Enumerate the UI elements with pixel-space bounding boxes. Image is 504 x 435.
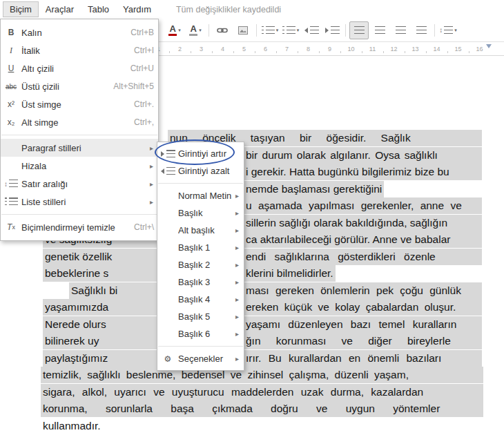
format-menu-item-biçimlendirmeyi-temizle[interactable]: TxBiçimlendirmeyi temizleCtrl+\ <box>1 218 158 236</box>
insert-link-button[interactable] <box>213 21 232 39</box>
document-text-fragment[interactable]: genetik özellik <box>43 249 158 265</box>
menu-item-icon-slot: x² <box>1 99 21 109</box>
submenu-item-başlık-6[interactable]: Başlık 6▸ <box>157 325 244 342</box>
document-text-fragment[interactable]: sillerin sağlığı olarak bakıldığında, sa… <box>244 215 482 231</box>
document-text-fragment[interactable]: korunma, sorunlarla başa çıkmada doğru v… <box>41 400 483 417</box>
insert-image-icon <box>238 26 248 35</box>
ruler-number: 14 <box>426 46 447 52</box>
submenu-arrow-icon: ▸ <box>235 355 240 362</box>
document-text-fragment[interactable]: Sağlıklı bi <box>69 282 158 299</box>
menu-item-label: Hizala <box>21 161 150 171</box>
decrease-indent-button[interactable] <box>302 21 321 39</box>
document-text-fragment[interactable]: kullanmadır. <box>41 418 103 434</box>
menubar-item-yardım[interactable]: Yardım <box>116 1 158 17</box>
menu-item-shortcut: Ctrl+\ <box>134 222 154 232</box>
ruler-numbers: 12345678910111213141516 <box>148 42 490 55</box>
format-menu: BKalınCtrl+BIİtalikCtrl+IUAltı çiziliCtr… <box>0 19 159 241</box>
submenu-item-başlık-1[interactable]: Başlık 1▸ <box>157 239 244 256</box>
numbered-list-button[interactable]: ▾ <box>260 21 280 39</box>
menubar-item-biçim[interactable]: Biçim <box>3 1 39 17</box>
document-text-fragment[interactable]: nemde başlaması gerektiğini <box>244 181 384 197</box>
menu-item-label: Başlık 1 <box>178 242 235 253</box>
ruler-number: 12 <box>383 46 405 52</box>
menu-item-icon-slot: ↕ <box>1 180 21 188</box>
text-color-button[interactable]: A▾ <box>165 21 184 39</box>
format-menu-item-hizala[interactable]: Hizala▸ <box>1 157 158 175</box>
ruler-number: 5 <box>233 46 255 52</box>
menu-separator <box>158 183 243 184</box>
align-right-button[interactable] <box>391 21 410 39</box>
document-text-fragment[interactable]: ereken küçük ve kolay çabalardan oluşur. <box>244 299 482 316</box>
menu-item-shortcut: Ctrl+B <box>130 28 154 37</box>
increase-indent-button[interactable] <box>322 21 342 39</box>
document-text-fragment[interactable]: bir durum olarak algılanır. Oysa sağlıkl… <box>244 147 482 164</box>
menu-item-label: Başlık 6 <box>178 329 235 339</box>
document-text-fragment[interactable]: yaşamımızda <box>43 299 158 316</box>
format-menu-item-alt-simge[interactable]: x₂Alt simgeCtrl+, <box>1 113 158 131</box>
align-justify-button[interactable] <box>411 21 431 39</box>
insert-image-button[interactable] <box>233 21 253 39</box>
format-menu-item-kalın[interactable]: BKalınCtrl+B <box>1 23 158 41</box>
format-menu-item-italik[interactable]: IİtalikCtrl+I <box>1 41 158 59</box>
ruler-number: 4 <box>212 46 233 52</box>
submenu-item-başlık-3[interactable]: Başlık 3▸ <box>157 273 244 291</box>
align-left-button[interactable] <box>349 21 369 39</box>
bulleted-list-button[interactable]: ▾ <box>281 21 300 39</box>
align-center-button[interactable] <box>370 21 389 39</box>
submenu-item-seçenekler[interactable]: ⚙Seçenekler▸ <box>157 350 244 367</box>
submenu-arrow-icon: ▸ <box>235 226 240 234</box>
document-text-fragment[interactable]: bebeklerine s <box>43 265 158 282</box>
menu-item-shortcut: Ctrl+. <box>134 99 154 109</box>
align-right-icon <box>396 26 406 35</box>
menu-item-label: Girintiyi azalt <box>178 166 240 176</box>
bulleted-list-icon <box>282 26 295 35</box>
document-text-fragment[interactable]: ca aktarılabileceği görülür. Anne ve bab… <box>244 231 482 248</box>
format-menu-item-liste-stilleri[interactable]: Liste stilleri▸ <box>1 193 158 211</box>
format-menu-item-paragraf-stilleri[interactable]: Paragraf stilleri▸ <box>1 139 158 157</box>
document-text-fragment[interactable]: paylaştığımız <box>43 350 158 367</box>
format-menu-item-üst-simge[interactable]: x²Üst simgeCtrl+. <box>1 95 158 113</box>
menubar-item-tablo[interactable]: Tablo <box>81 1 116 17</box>
submenu-item-başlık-4[interactable]: Başlık 4▸ <box>157 291 244 308</box>
line-spacing-button[interactable]: ↕▾ <box>438 21 458 39</box>
submenu-item-alt-başlık[interactable]: Alt başlık▸ <box>157 222 244 239</box>
document-line: sigara, alkol, uyarıcı ve uyuşturucu mad… <box>0 384 504 401</box>
document-text-fragment[interactable]: bilinerek uy <box>43 333 158 349</box>
menu-item-label: Başlık 3 <box>178 277 235 287</box>
menu-item-label: Kalın <box>21 28 130 38</box>
submenu-item-başlık-2[interactable]: Başlık 2▸ <box>157 256 244 273</box>
format-menu-item-üstü-çizili[interactable]: abcÜstü çiziliAlt+Shift+5 <box>1 77 158 95</box>
format-menu-item-satır-aralığı[interactable]: ↕Satır aralığı▸ <box>1 175 158 193</box>
document-text-fragment[interactable]: sigara, alkol, uyarıcı ve uyuşturucu mad… <box>41 384 483 400</box>
submenu-item-başlık[interactable]: Başlık▸ <box>157 204 244 222</box>
document-text-fragment[interactable]: u aşamada yapılması gerekenler, anne ve <box>244 197 482 214</box>
menu-separator <box>1 135 157 135</box>
submenu-arrow-icon: ▸ <box>150 198 154 206</box>
document-text-fragment[interactable]: Nerede olurs <box>43 316 158 333</box>
document-text-fragment[interactable]: ırır. Bu kurallardan en önemli bazıları <box>244 350 482 367</box>
menu-item-icon-slot: abc <box>1 83 21 90</box>
menu-item-label: Başlık 4 <box>178 294 235 304</box>
submenu-item-başlık-5[interactable]: Başlık 5▸ <box>157 308 244 325</box>
gear-icon: ⚙ <box>164 354 172 364</box>
highlight-color-button[interactable]: A▾ <box>186 21 205 39</box>
paragraph-styles-submenu: Girintiyi artırGirintiyi azaltNormal Met… <box>157 142 244 371</box>
format-menu-item-altı-çizili[interactable]: UAltı çiziliCtrl+U <box>1 59 158 77</box>
menubar-item-araçlar[interactable]: Araçlar <box>39 1 81 17</box>
menu-item-icon-slot: ⚙ <box>157 354 178 364</box>
document-text-fragment[interactable]: ğın korunması ve diğer bireylerle <box>244 333 482 349</box>
document-text-fragment[interactable]: temizlik, sağlıklı beslenme, bedensel ve… <box>41 367 483 383</box>
document-text-fragment[interactable]: i gerekir. Hatta bugünkü bilgilerimiz bi… <box>244 164 482 180</box>
document-text-fragment[interactable]: endi sağlıklarına gösterdikleri özenle <box>244 249 482 265</box>
document-text-fragment[interactable]: klerini bilmelidirler. <box>244 265 336 282</box>
submenu-arrow-icon: ▸ <box>235 192 240 200</box>
document-text-fragment[interactable]: ması gereken önlemlerin pek çoğu günlük <box>244 282 482 299</box>
ruler-number: 2 <box>169 46 191 52</box>
submenu-item-normal-metin[interactable]: Normal Metin▸ <box>157 187 244 204</box>
menu-item-label: Başlık 2 <box>178 260 235 270</box>
document-text-fragment[interactable]: yaşamı düzenleyen bazı temel kuralların <box>244 316 482 333</box>
dropdown-caret-icon: ▾ <box>178 28 181 33</box>
menu-item-label: Satır aralığı <box>21 179 150 189</box>
right-margin-marker-icon[interactable] <box>486 44 492 48</box>
subscript-icon: x₂ <box>8 117 15 127</box>
